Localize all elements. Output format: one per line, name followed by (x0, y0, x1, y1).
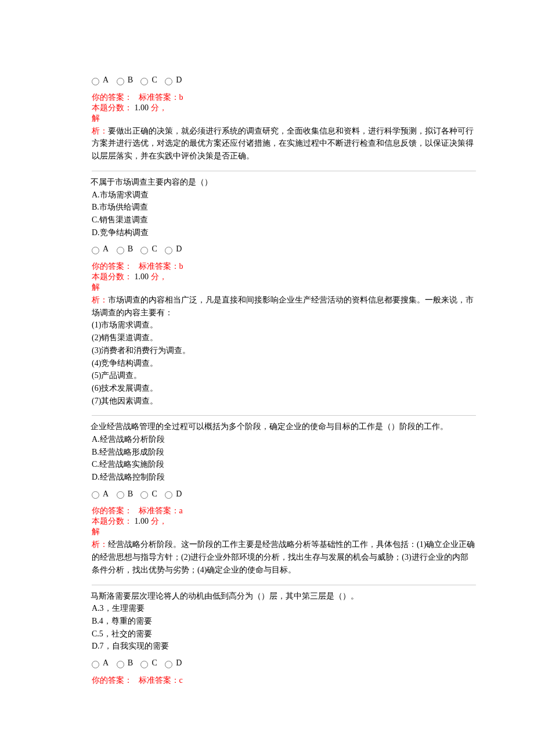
radio-d[interactable] (165, 247, 172, 254)
radio-b[interactable] (117, 247, 124, 254)
radio-b[interactable] (117, 491, 124, 499)
option-a: A.3，生理需要 (92, 602, 476, 615)
jie-label: 解 (92, 113, 476, 124)
question-block-3: 企业经营战略管理的全过程可以概括为多个阶段，确定企业的使命与目标的工作是（）阶段… (92, 415, 476, 576)
radio-a[interactable] (92, 491, 99, 499)
radio-label-c: C (151, 486, 157, 499)
options-column: A.市场需求调查 B.市场供给调查 C.销售渠道调查 D.竞争结构调查 (92, 189, 476, 239)
radio-label-a: A (103, 655, 109, 668)
radio-label-a: A (103, 486, 109, 499)
radio-label-d: D (176, 655, 182, 668)
xi-prefix: 析： (92, 127, 108, 135)
option-d: D.竞争结构调查 (92, 226, 476, 239)
answer-line: 你的答案： 标准答案：b (92, 261, 476, 272)
radio-label-d: D (176, 72, 182, 85)
analysis-list-3: (3)消费者和消费行为调查。 (92, 344, 476, 357)
answer-line: 你的答案： 标准答案：a (92, 506, 476, 516)
xi-prefix: 析： (92, 540, 108, 549)
answer-line: 你的答案： 标准答案：b (92, 92, 476, 103)
question-stem: 企业经营战略管理的全过程可以概括为多个阶段，确定企业的使命与目标的工作是（）阶段… (91, 420, 476, 433)
question-block-2: 不属于市场调查主要内容的是（） A.市场需求调查 B.市场供给调查 C.销售渠道… (92, 171, 476, 407)
score-value: 1.00 (135, 103, 151, 112)
options-column: A.经营战略分析阶段 B.经营战略形成阶段 C.经营战略实施阶段 D.经营战略控… (92, 433, 476, 484)
jie-label: 解 (92, 527, 476, 537)
radio-label-d: D (176, 241, 182, 254)
radio-row: A B C D (92, 486, 476, 499)
radio-label-b: B (128, 72, 133, 85)
option-a: A.市场需求调查 (92, 189, 476, 201)
radio-label-c: C (151, 72, 157, 85)
radio-d[interactable] (165, 661, 172, 668)
radio-a[interactable] (92, 661, 99, 668)
jie-label: 解 (92, 282, 476, 293)
score-unit: 分， (151, 103, 167, 112)
question-block-4: 马斯洛需要层次理论将人的动机由低到高分为（）层，其中第三层是（）。 A.3，生理… (92, 585, 476, 686)
xi-prefix: 析： (92, 296, 108, 304)
analysis-text: 经营战略分析阶段。这一阶段的工作主要是经营战略分析等基础性的工作，具体包括：(1… (92, 540, 475, 574)
radio-label-a: A (103, 72, 109, 85)
radio-b[interactable] (117, 78, 124, 85)
std-answer-value: b (179, 93, 183, 102)
options-column: A.3，生理需要 B.4，尊重的需要 C.5，社交的需要 D.7，自我实现的需要 (92, 602, 476, 653)
your-answer-label: 你的答案： (92, 262, 132, 271)
option-b: B.4，尊重的需要 (92, 615, 476, 628)
score-line: 本题分数： 1.00 分， (92, 272, 476, 282)
radio-d[interactable] (165, 78, 172, 85)
analysis-lead: 市场调查的内容相当广泛，凡是直接和间接影响企业生产经营活动的资料信息都要搜集。一… (92, 296, 474, 317)
radio-label-d: D (176, 486, 182, 499)
option-c: C.5，社交的需要 (92, 628, 476, 640)
radio-c[interactable] (140, 247, 148, 254)
score-unit: 分， (151, 517, 167, 525)
radio-label-b: B (128, 655, 133, 668)
radio-label-b: B (128, 241, 133, 254)
std-answer-value: a (179, 506, 183, 515)
question-block-1: A B C D 你的答案： 标准答案：b 本题分数： 1.00 分， 解 析：要… (92, 72, 476, 163)
radio-c[interactable] (140, 661, 148, 668)
answer-line: 你的答案： 标准答案：c (92, 675, 476, 686)
radio-label-a: A (103, 241, 109, 254)
question-stem: 马斯洛需要层次理论将人的动机由低到高分为（）层，其中第三层是（）。 (91, 590, 476, 603)
radio-label-b: B (128, 486, 133, 499)
score-value: 1.00 (135, 517, 151, 525)
option-d: D.经营战略控制阶段 (92, 471, 476, 484)
std-answer-value: c (179, 676, 183, 685)
radio-c[interactable] (140, 78, 148, 85)
std-answer-label: 标准答案： (139, 676, 179, 685)
option-b: B.经营战略形成阶段 (92, 446, 476, 459)
radio-row: A B C D (92, 241, 476, 254)
analysis: 析：市场调查的内容相当广泛，凡是直接和间接影响企业生产经营活动的资料信息都要搜集… (92, 294, 476, 319)
score-unit: 分， (151, 272, 167, 281)
radio-d[interactable] (165, 491, 172, 499)
analysis-list-5: (5)产品调查。 (92, 369, 476, 382)
option-c: C.经营战略实施阶段 (92, 458, 476, 471)
option-a: A.经营战略分析阶段 (92, 433, 476, 446)
analysis-list-7: (7)其他因素调查。 (92, 395, 476, 408)
analysis-list-1: (1)市场需求调查。 (92, 319, 476, 332)
radio-label-c: C (151, 241, 157, 254)
score-value: 1.00 (135, 272, 151, 281)
question-stem: 不属于市场调查主要内容的是（） (91, 176, 476, 189)
radio-c[interactable] (140, 491, 148, 499)
radio-b[interactable] (117, 661, 124, 668)
radio-a[interactable] (92, 247, 99, 254)
your-answer-label: 你的答案： (92, 676, 132, 685)
analysis-list-2: (2)销售渠道调查。 (92, 332, 476, 344)
score-line: 本题分数： 1.00 分， (92, 103, 476, 113)
option-c: C.销售渠道调查 (92, 214, 476, 226)
analysis: 析：要做出正确的决策，就必须进行系统的调查研究，全面收集信息和资料，进行科学预测… (92, 125, 476, 163)
score-label: 本题分数： (92, 103, 132, 112)
std-answer-label: 标准答案： (139, 93, 179, 102)
option-d: D.7，自我实现的需要 (92, 640, 476, 653)
score-label: 本题分数： (92, 517, 132, 525)
radio-a[interactable] (92, 78, 99, 85)
option-b: B.市场供给调查 (92, 201, 476, 214)
analysis-list-4: (4)竞争结构调查。 (92, 357, 476, 370)
your-answer-label: 你的答案： (92, 93, 132, 102)
std-answer-label: 标准答案： (139, 262, 179, 271)
analysis-text: 要做出正确的决策，就必须进行系统的调查研究，全面收集信息和资料，进行科学预测，拟… (92, 127, 474, 160)
your-answer-label: 你的答案： (92, 506, 132, 515)
std-answer-value: b (179, 262, 183, 271)
radio-label-c: C (151, 655, 157, 668)
radio-row: A B C D (92, 655, 476, 668)
radio-row: A B C D (92, 72, 476, 85)
